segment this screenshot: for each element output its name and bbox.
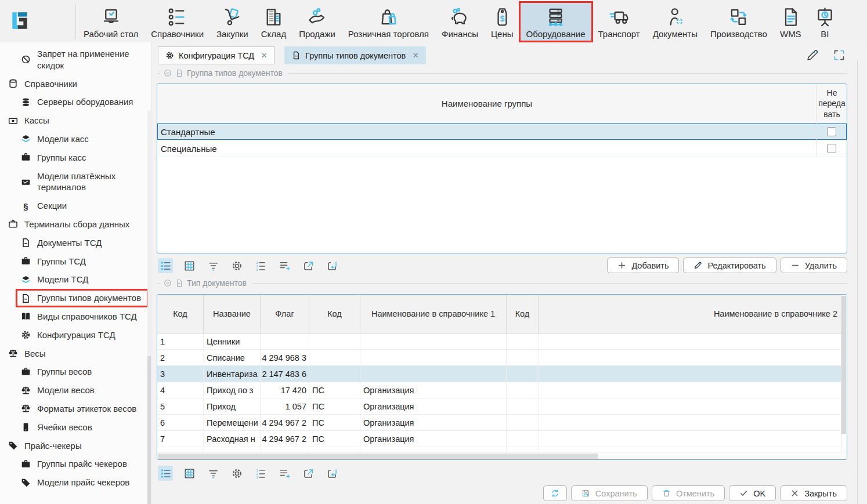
horizontal-scrollbar[interactable] — [157, 452, 847, 459]
sidebar-item-tsd-config[interactable]: Конфигурация ТСД — [0, 326, 151, 345]
doc-types-column-header[interactable]: Код — [507, 295, 539, 333]
not-transfer-checkbox[interactable] — [827, 144, 836, 153]
nav-item-bi[interactable]: BI — [808, 2, 842, 41]
sidebar-item-scales-label-formats[interactable]: Форматы этикеток весов — [0, 400, 151, 418]
doc-type-cell-ref1: Организация — [360, 431, 507, 447]
toolbar-grid-button[interactable] — [182, 466, 197, 481]
doc-type-row[interactable]: 3Инвентариза2 147 483 6 — [157, 366, 842, 382]
tab-close-icon[interactable]: × — [413, 50, 418, 60]
sidebar-scrollbar-thumb[interactable] — [147, 356, 151, 504]
save-button[interactable]: Сохранить — [571, 485, 648, 501]
vertical-scrollbar-thumb[interactable] — [841, 296, 846, 434]
toolbar-settings-button[interactable] — [229, 258, 244, 273]
toolbar-repeat-button[interactable] — [324, 466, 339, 481]
nav-item-warehouse[interactable]: Склад — [255, 2, 292, 41]
nav-item-equipment[interactable]: Оборудование — [520, 2, 592, 41]
vertical-scrollbar[interactable] — [841, 295, 847, 452]
sidebar-item-price-checkers[interactable]: Прайс-чекеры — [0, 437, 151, 455]
toolbar-grid-button[interactable] — [182, 258, 197, 273]
column-header-group-name[interactable]: Наименование группы — [157, 84, 817, 123]
sidebar-item-scales-models[interactable]: Модели весов — [0, 381, 151, 400]
nav-item-desktop[interactable]: Рабочий стол — [77, 2, 144, 41]
doc-type-row[interactable]: 1Ценники — [157, 333, 842, 350]
not-transfer-checkbox[interactable] — [827, 127, 836, 136]
doc-types-column-header[interactable]: Код — [157, 295, 204, 333]
doc-type-row[interactable]: 4Приход по з17 420ПСОрганизация — [157, 382, 842, 398]
doc-type-row[interactable]: 7Расходная н4 294 967 2ПСОрганизация — [157, 431, 842, 447]
ok-button[interactable]: OK — [729, 485, 776, 501]
doc-types-column-header[interactable]: Наименование в справочнике 2 — [539, 295, 842, 333]
group-name-cell: Специальные — [157, 144, 816, 154]
sidebar-item-tsd-groups[interactable]: Группы ТСД — [0, 252, 151, 271]
doc-type-cell-code: 5 — [157, 398, 204, 414]
refresh-button[interactable] — [543, 485, 567, 501]
sidebar-item-tsd-documents[interactable]: Документы ТСД — [0, 234, 151, 252]
toolbar-external-link-button[interactable] — [301, 258, 316, 273]
nav-item-wms[interactable]: WMS — [774, 2, 808, 41]
toolbar-filter-button[interactable] — [205, 466, 221, 481]
sidebar-item-data-terminals[interactable]: Терминалы сбора данных — [0, 215, 151, 234]
sidebar-item-doc-type-groups[interactable]: Группы типов документов — [0, 289, 151, 307]
filter-icon — [207, 260, 219, 272]
column-header-not-transfer[interactable]: Не передавать — [817, 84, 847, 123]
doc-types-column-header[interactable]: Название — [204, 295, 261, 333]
nav-item-sales[interactable]: Продажи — [292, 2, 342, 41]
tab-close-icon[interactable]: × — [261, 50, 267, 60]
nav-item-documents[interactable]: Документы — [646, 2, 704, 41]
nav-item-catalogs[interactable]: Справочники — [144, 2, 210, 41]
sidebar-item-scales[interactable]: Весы — [0, 345, 151, 363]
sidebar-item-equipment-servers[interactable]: Серверы оборудования — [0, 93, 151, 111]
sidebar-item-price-checker-groups[interactable]: Группы прайс чекеров — [0, 455, 151, 473]
close-button[interactable]: Закрыть — [780, 485, 847, 501]
nav-item-transport[interactable]: Транспорт — [592, 2, 646, 41]
doc-types-column-header[interactable]: Наименование в справочнике 1 — [360, 295, 507, 333]
doc-type-cell-code3 — [507, 431, 539, 447]
sidebar-item-price-checker-models[interactable]: Модели прайс чекеров — [0, 473, 151, 492]
nav-item-production[interactable]: Производство — [704, 2, 774, 41]
nav-item-prices[interactable]: $Цены — [485, 2, 520, 41]
sidebar-item-inner: Группы типов документов — [17, 291, 147, 306]
toolbar-filter-button[interactable] — [205, 258, 221, 273]
fullscreen-icon[interactable] — [832, 48, 846, 62]
toolbar-list-add-button[interactable] — [277, 258, 292, 273]
sidebar-item-tsd-models[interactable]: Модели ТСД — [0, 270, 151, 289]
tab-doc-type-groups[interactable]: Группы типов документов× — [284, 46, 426, 64]
sidebar-item-payment-terminal-models[interactable]: Модели платёжных терминалов — [0, 167, 151, 197]
cancel-button[interactable]: Отменить — [652, 485, 725, 501]
toolbar-list-view-button[interactable] — [158, 466, 173, 481]
sidebar-item-catalogs[interactable]: Справочники — [0, 75, 151, 93]
doc-types-column-header[interactable]: Флаг — [261, 295, 309, 333]
toolbar-list-view-button[interactable] — [158, 258, 173, 273]
doc-type-row[interactable]: 2Списание4 294 968 3 — [157, 350, 842, 366]
doc-type-row[interactable]: 5Приход1 057ПСОрганизация — [157, 398, 842, 415]
tab-tsd-config[interactable]: Конфигурация ТСД× — [158, 46, 274, 64]
sidebar-item-cash-registers[interactable]: Кассы — [0, 111, 151, 130]
sidebar-item-cash-models[interactable]: Модели касс — [0, 130, 151, 148]
collapse-icon[interactable] — [164, 69, 172, 77]
doc-types-column-header[interactable]: Код — [309, 295, 360, 333]
toolbar-repeat-button[interactable] — [324, 258, 339, 273]
toolbar-numbered-list-button[interactable]: 123 — [253, 258, 268, 273]
sidebar-item-sections[interactable]: §Секции — [0, 197, 151, 215]
toolbar-numbered-list-button[interactable]: 123 — [253, 466, 268, 481]
nav-item-purchases[interactable]: Закупки — [210, 2, 255, 41]
sidebar-item-scales-cells[interactable]: Ячейки весов — [0, 418, 151, 437]
edit-pencil-icon[interactable] — [805, 48, 819, 62]
toolbar-list-add-button[interactable] — [277, 466, 292, 481]
nav-item-finance[interactable]: Финансы — [435, 2, 485, 41]
horizontal-scrollbar-thumb[interactable] — [158, 454, 598, 459]
toolbar-settings-button[interactable] — [229, 466, 244, 481]
sidebar-item-tsd-ref-kinds[interactable]: Виды справочников ТСД — [0, 307, 151, 326]
add-button[interactable]: Добавить — [607, 258, 679, 273]
group-row[interactable]: Специальные — [157, 140, 847, 157]
doc-type-row[interactable]: 6Перемещени4 294 967 2ПСОрганизация — [157, 415, 842, 431]
collapse-icon[interactable] — [164, 279, 172, 287]
sidebar-item-discount-ban[interactable]: Запрет на применение скидок — [0, 45, 151, 75]
sidebar-item-scales-groups[interactable]: Группы весов — [0, 362, 151, 381]
delete-button[interactable]: Удалить — [781, 258, 847, 273]
nav-item-retail[interactable]: Розничная торговля — [342, 2, 435, 41]
toolbar-external-link-button[interactable] — [301, 466, 316, 481]
edit-button[interactable]: Редактировать — [683, 258, 776, 273]
group-row[interactable]: Стандартные — [157, 124, 847, 140]
sidebar-item-cash-groups[interactable]: Группы касс — [0, 148, 151, 167]
